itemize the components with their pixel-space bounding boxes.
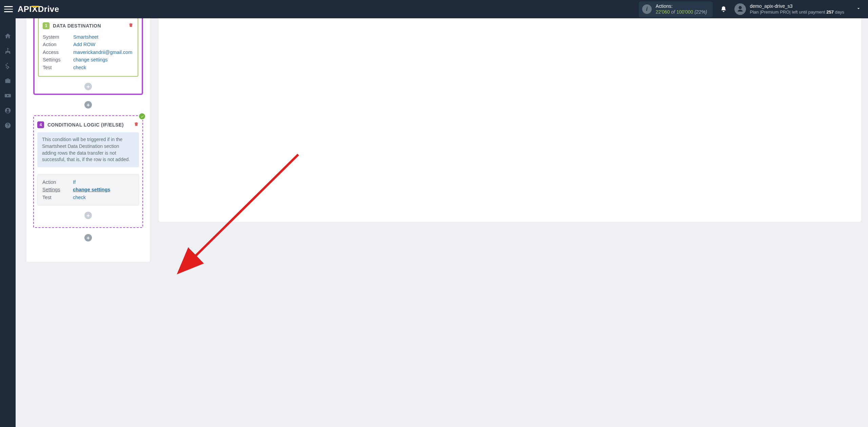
label-settings: Settings xyxy=(43,56,73,63)
youtube-icon xyxy=(4,92,11,99)
sidebar-item-connections[interactable] xyxy=(0,44,16,58)
info-icon: i xyxy=(642,4,652,14)
data-destination-block: 1 DATA DESTINATION SystemSmartsheet Acti… xyxy=(33,18,143,95)
chevron-down-icon xyxy=(856,6,861,13)
label-cond-action: Action xyxy=(42,178,73,186)
link-cond-change-settings[interactable]: change settings xyxy=(73,186,110,193)
user-menu[interactable]: demo_apix-drive_s3 Plan |Premium PRO| le… xyxy=(734,3,861,15)
label-action: Action xyxy=(43,41,73,48)
trash-icon xyxy=(128,22,134,28)
link-change-settings-dest[interactable]: change settings xyxy=(73,56,108,63)
logo[interactable]: APIXDrive xyxy=(18,4,59,14)
hamburger-menu[interactable] xyxy=(4,0,13,18)
actions-label: Actions: xyxy=(656,3,707,9)
dollar-icon xyxy=(4,62,11,69)
logo-part-drive: Drive xyxy=(38,4,59,14)
logo-part-api: API xyxy=(18,4,32,14)
actions-of: of xyxy=(671,9,675,15)
label-system: System xyxy=(43,33,73,41)
delete-destination-button[interactable] xyxy=(128,22,134,29)
link-access[interactable]: maverickandrii@gmail.com xyxy=(73,48,132,56)
link-cond-check[interactable]: check xyxy=(73,194,86,201)
conditional-logic-block: 4 CONDITIONAL LOGIC (IF/ELSE) This condi… xyxy=(33,115,143,228)
label-cond-test: Test xyxy=(42,194,73,201)
label-test: Test xyxy=(43,64,73,71)
sidebar-item-billing[interactable] xyxy=(0,59,16,73)
avatar-icon xyxy=(734,3,746,15)
logo-part-x: X xyxy=(32,4,38,14)
plan-text: Plan |Premium PRO| left until payment xyxy=(750,9,827,15)
sidebar-item-help[interactable] xyxy=(0,119,16,132)
block-number-badge-cond: 4 xyxy=(37,121,44,128)
sitemap-icon xyxy=(4,47,11,54)
briefcase-icon xyxy=(4,77,11,84)
link-check-dest[interactable]: check xyxy=(73,64,86,71)
sidebar-item-account[interactable] xyxy=(0,104,16,117)
actions-used: 22'060 xyxy=(656,9,670,15)
sidebar-item-home[interactable] xyxy=(0,29,16,43)
add-inside-conditional-button[interactable]: + xyxy=(84,212,92,219)
block-title-conditional: CONDITIONAL LOGIC (IF/ELSE) xyxy=(47,122,124,128)
add-block-after-button[interactable]: + xyxy=(84,234,92,241)
plan-days: 257 xyxy=(826,9,834,15)
user-circle-icon xyxy=(4,107,11,114)
question-icon xyxy=(4,122,11,129)
plan-days-suffix: days xyxy=(834,9,844,15)
block-number-badge: 1 xyxy=(43,22,50,29)
delete-conditional-button[interactable] xyxy=(134,121,139,128)
actions-percent: (22%) xyxy=(694,9,707,15)
add-block-between-button[interactable]: + xyxy=(84,101,92,109)
conditional-info-text: This condition will be triggered if in t… xyxy=(37,132,139,167)
sidebar-item-video[interactable] xyxy=(0,89,16,102)
sidebar-item-work[interactable] xyxy=(0,74,16,88)
detail-panel xyxy=(159,18,861,222)
actions-counter[interactable]: i Actions: 22'060 of 100'000 (22%) xyxy=(639,1,713,17)
user-name: demo_apix-drive_s3 xyxy=(750,3,844,9)
notifications-icon[interactable] xyxy=(720,5,727,13)
status-success-badge xyxy=(138,113,146,120)
check-icon xyxy=(140,115,144,118)
link-cond-action[interactable]: If xyxy=(73,178,76,186)
conditional-settings-card: ActionIf Settingschange settings Testche… xyxy=(37,174,139,206)
link-system[interactable]: Smartsheet xyxy=(73,33,98,41)
trash-icon xyxy=(134,121,139,127)
label-cond-settings: Settings xyxy=(42,186,73,193)
link-action[interactable]: Add ROW xyxy=(73,41,95,48)
label-access: Access xyxy=(43,48,73,56)
home-icon xyxy=(4,33,11,39)
flow-builder-panel: 1 DATA DESTINATION SystemSmartsheet Acti… xyxy=(26,18,150,262)
add-inside-destination-button[interactable]: + xyxy=(84,83,92,90)
block-title-data-destination: DATA DESTINATION xyxy=(53,23,101,28)
actions-total: 100'000 xyxy=(676,9,693,15)
